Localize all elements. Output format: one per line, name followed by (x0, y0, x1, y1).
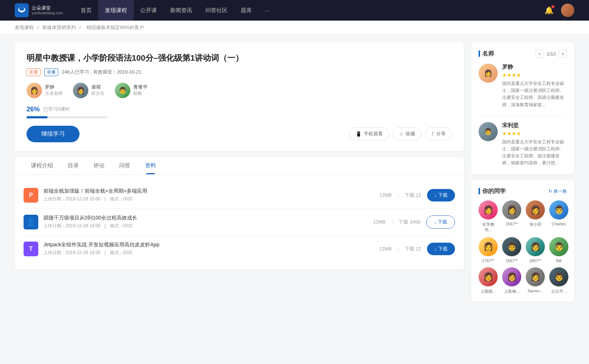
teacher-3-role: 助教 (133, 90, 148, 97)
teacher-2: 👩 凌荷 班主任 (73, 83, 105, 98)
nav-more[interactable]: ··· (258, 0, 276, 21)
notification-dot (551, 5, 554, 8)
resource-info-0: 前端全栈加强版！前端全栈+全周期+多端应用 上传日期：2019-12-28 16… (43, 188, 374, 202)
teacher-card-0-name: 罗静 (502, 64, 567, 71)
user-avatar-nav[interactable] (561, 4, 574, 17)
teacher-3-avatar: 👨 (115, 83, 130, 98)
student-name-6: 1867** (529, 258, 541, 263)
teacher-2-avatar: 👩 (73, 83, 88, 98)
resource-meta-0: 上传日期：2019-12-28 16:00 | 格式：DOC (43, 196, 374, 202)
teacher-card-0-avatar[interactable]: 👩 (479, 64, 498, 83)
student-avatar-5[interactable]: 👨 (502, 237, 521, 256)
mobile-icon: 📱 (356, 131, 361, 137)
student-item-7: 👨 Bill (549, 237, 568, 263)
student-name-7: Bill (556, 258, 562, 263)
student-avatar-1[interactable]: 👩 (502, 200, 521, 220)
nav-home[interactable]: 首页 (74, 0, 98, 21)
tab-catalog[interactable]: 目录 (60, 157, 86, 174)
student-name-1: 1567** (505, 222, 518, 226)
student-avatar-6[interactable]: 👩 (526, 237, 545, 256)
nav-news[interactable]: 新闻资讯 (163, 0, 199, 21)
student-name-5: 1567** (505, 258, 518, 263)
teacher-2-name: 凌荷 (91, 84, 105, 90)
student-avatar-9[interactable]: 👩 (502, 267, 521, 286)
course-actions: 继续学习 📱 手机观看 ☆ 收藏 ⤴ 分享 (27, 126, 452, 142)
course-meta: 直播 录播 246人已学习 · 有效期至：2019-10-21 (27, 68, 452, 76)
progress-section: 26% 已学习0课时 (27, 106, 452, 118)
student-name-8: 上陈能... (480, 289, 496, 294)
refresh-button[interactable]: ↻ 换一换 (549, 188, 567, 195)
nav-open[interactable]: 公开课 (134, 0, 163, 21)
student-avatar-2[interactable]: 👩 (526, 200, 545, 220)
students-sidebar-title: 你的同学 (479, 188, 506, 195)
student-item-4: 👩 1767** (479, 237, 498, 263)
resource-icon-0: P (24, 188, 38, 203)
student-item-6: 👩 1867** (526, 237, 545, 263)
course-title: 明星中教授课，小学阶段语法100分–强化级第1讲动词（一） (27, 53, 452, 64)
next-page-button[interactable]: › (559, 50, 567, 58)
student-item-11: 👨 云云平... (549, 267, 568, 294)
download-button-2[interactable]: ↓ 下载 (427, 243, 455, 255)
progress-text: 已学习0课时 (43, 106, 70, 113)
download-button-1[interactable]: ↓ 下载 (426, 215, 455, 229)
mobile-watch-button[interactable]: 📱 手机观看 (349, 127, 389, 140)
prev-page-button[interactable]: ‹ (536, 50, 544, 58)
student-avatar-11[interactable]: 👨 (549, 267, 568, 286)
main-layout: 明星中教授课，小学阶段语法100分–强化级第1讲动词（一） 直播 录播 246人… (0, 35, 589, 309)
user-avatar-img (561, 4, 574, 17)
resource-right-1: 12MB | 下载 3456 ↓ 下载 (373, 215, 455, 229)
student-name-0: 化学教书... (479, 222, 498, 233)
student-avatar-0[interactable]: 👩 (479, 200, 498, 220)
tab-intro[interactable]: 课程介绍 (24, 157, 60, 174)
nav-discover[interactable]: 发现课程 (98, 0, 134, 21)
teacher-card-0-desc: 国内某重点大学安全工程专业硕士，国家一级注册消防工程师、注册安全工程师、高级注册… (502, 80, 567, 108)
tab-resource[interactable]: 资料 (138, 157, 163, 174)
student-item-1: 👩 1567** (502, 200, 521, 233)
teacher-card-0-stars: ★★★★ (502, 72, 567, 78)
bell-icon[interactable]: 🔔 (544, 6, 554, 15)
resource-size-0: 12MB (379, 192, 392, 198)
student-avatar-3[interactable]: 👨 (549, 200, 568, 220)
nav-question-bank[interactable]: 题库 (234, 0, 258, 21)
student-item-8: 👩 上陈能... (479, 267, 498, 294)
resource-right-0: 12MB | 下载 12 ↓ 下载 (379, 189, 455, 201)
course-meta-text: 246人已学习 · 有效期至：2019-10-21 (62, 69, 141, 75)
student-item-5: 👨 1567** (502, 237, 521, 263)
teacher-card-1-avatar[interactable]: 👨 (479, 122, 498, 141)
collect-button[interactable]: ☆ 收藏 (393, 127, 422, 140)
refresh-icon: ↻ (549, 189, 552, 194)
students-grid: 👩 化学教书... 👩 1567** 👩 张小田 (479, 200, 567, 294)
student-avatar-10[interactable]: 👩 (526, 267, 545, 286)
teacher-3: 👨 青青平 助教 (115, 83, 148, 98)
nav-qa[interactable]: 问答社区 (199, 0, 234, 21)
teacher-card-0: 👩 罗静 ★★★★ 国内某重点大学安全工程专业硕士，国家一级注册消防工程师、注册… (479, 64, 567, 115)
teacher-3-name: 青青平 (133, 84, 148, 90)
student-avatar-7[interactable]: 👨 (549, 237, 568, 256)
teacher-card-1-stars: ★★★★ (502, 131, 567, 136)
resource-icon-1: 👤 (24, 215, 38, 229)
logo[interactable]: 云朵课堂 yunduoketang.com (15, 3, 63, 17)
resource-item: P 前端全栈加强版！前端全栈+全周期+多端应用 上传日期：2019-12-28 … (24, 182, 455, 209)
resource-downloads-0: 下载 12 (405, 192, 421, 199)
student-item-2: 👩 张小田 (526, 200, 545, 233)
breadcrumb-discover[interactable]: 发现课程 (15, 25, 34, 30)
resource-size-2: 12MB (379, 246, 392, 251)
student-avatar-8[interactable]: 👩 (479, 267, 498, 286)
tab-review[interactable]: 评论 (86, 157, 112, 174)
continue-study-button[interactable]: 继续学习 (27, 126, 80, 142)
teacher-card-1: 👨 宋利坚 ★★★★ 国内某重点大学安全工程专业硕士，国家一级注册消防工程师、注… (479, 122, 567, 167)
sidebar: 名师 ‹ 1/10 › 👩 罗静 ★★★★ 国内某重点大学安全工程专业硕士，国家… (471, 42, 574, 301)
download-button-0[interactable]: ↓ 下载 (427, 189, 455, 201)
share-icon: ⤴ (431, 131, 434, 137)
breadcrumb: 发现课程 / 新媒体营销系列 / 销冠修炼术搞定80%的客户 (0, 21, 589, 35)
star-icon: ☆ (399, 131, 403, 137)
tabs-card: 课程介绍 目录 评论 问答 资料 P 前端全栈加强版！前端全栈+全周期+多端应用… (15, 157, 464, 270)
students-header: 你的同学 ↻ 换一换 (479, 188, 567, 195)
student-avatar-4[interactable]: 👩 (479, 237, 498, 256)
share-button[interactable]: ⤴ 分享 (425, 127, 452, 140)
tabs-nav: 课程介绍 目录 评论 问答 资料 (15, 157, 464, 175)
resource-icon-2: T (24, 242, 38, 256)
pagination: ‹ 1/10 › (536, 50, 567, 58)
breadcrumb-series[interactable]: 新媒体营销系列 (42, 25, 76, 30)
tab-qa[interactable]: 问答 (112, 157, 138, 174)
